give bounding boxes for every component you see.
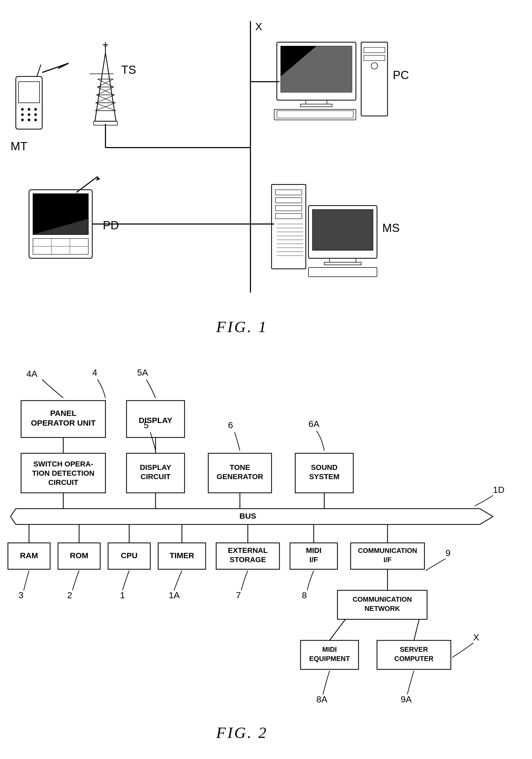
svg-text:TS: TS bbox=[121, 63, 136, 76]
svg-text:6A: 6A bbox=[308, 419, 319, 429]
svg-text:9A: 9A bbox=[401, 694, 412, 704]
svg-line-152 bbox=[330, 619, 345, 640]
svg-text:TONE: TONE bbox=[229, 463, 250, 471]
svg-rect-65 bbox=[275, 198, 302, 203]
svg-rect-46 bbox=[364, 55, 385, 60]
svg-text:FIG. 2: FIG. 2 bbox=[216, 724, 268, 741]
svg-text:I/F: I/F bbox=[309, 556, 318, 564]
svg-text:8: 8 bbox=[302, 590, 307, 600]
svg-text:1: 1 bbox=[120, 590, 125, 600]
svg-rect-43 bbox=[277, 111, 353, 118]
svg-point-30 bbox=[34, 113, 37, 116]
svg-rect-44 bbox=[361, 42, 388, 116]
svg-rect-45 bbox=[364, 48, 385, 53]
svg-text:TION DETECTION: TION DETECTION bbox=[32, 469, 94, 477]
svg-text:4A: 4A bbox=[26, 369, 37, 379]
svg-point-32 bbox=[28, 119, 30, 121]
svg-text:RAM: RAM bbox=[20, 551, 38, 560]
svg-rect-63 bbox=[271, 184, 306, 269]
svg-text:DISPLAY: DISPLAY bbox=[140, 463, 171, 471]
svg-text:7: 7 bbox=[236, 590, 241, 600]
x-label-fig1: X bbox=[255, 21, 262, 32]
svg-point-29 bbox=[28, 113, 30, 116]
svg-text:1A: 1A bbox=[169, 590, 180, 600]
svg-text:SERVER: SERVER bbox=[400, 645, 428, 653]
svg-point-31 bbox=[21, 119, 24, 121]
svg-text:PD: PD bbox=[103, 219, 119, 232]
svg-point-47 bbox=[371, 63, 378, 69]
svg-point-33 bbox=[34, 119, 37, 121]
svg-point-26 bbox=[28, 108, 30, 111]
svg-point-28 bbox=[21, 113, 24, 116]
svg-text:EXTERNAL: EXTERNAL bbox=[228, 546, 268, 554]
svg-rect-42 bbox=[274, 109, 356, 120]
svg-text:PC: PC bbox=[393, 68, 409, 81]
svg-text:MT: MT bbox=[11, 140, 27, 153]
svg-text:CPU: CPU bbox=[121, 551, 137, 560]
svg-text:TIMER: TIMER bbox=[170, 551, 194, 560]
svg-line-34 bbox=[37, 64, 41, 76]
svg-text:STORAGE: STORAGE bbox=[229, 556, 266, 564]
svg-text:COMMUNICATION: COMMUNICATION bbox=[353, 595, 412, 603]
svg-text:1D: 1D bbox=[493, 485, 504, 495]
svg-text:CIRCUIT: CIRCUIT bbox=[48, 478, 78, 487]
svg-rect-41 bbox=[301, 104, 332, 107]
svg-text:SYSTEM: SYSTEM bbox=[309, 472, 339, 481]
svg-text:9: 9 bbox=[445, 548, 451, 558]
svg-text:SWITCH OPERA-: SWITCH OPERA- bbox=[33, 460, 93, 468]
svg-point-27 bbox=[34, 108, 37, 111]
svg-text:8A: 8A bbox=[316, 694, 327, 704]
svg-text:EQUIPMENT: EQUIPMENT bbox=[309, 655, 350, 662]
svg-text:MS: MS bbox=[382, 221, 400, 234]
svg-text:MIDI: MIDI bbox=[306, 546, 321, 554]
svg-text:GENERATOR: GENERATOR bbox=[217, 472, 263, 481]
svg-text:3: 3 bbox=[19, 590, 23, 600]
svg-text:COMMUNICATION: COMMUNICATION bbox=[358, 546, 417, 554]
svg-line-1 bbox=[42, 63, 68, 72]
svg-rect-81 bbox=[308, 267, 377, 277]
svg-point-25 bbox=[21, 108, 24, 111]
svg-text:BUS: BUS bbox=[239, 511, 256, 520]
svg-text:2: 2 bbox=[67, 590, 72, 600]
fig1-diagram: X bbox=[0, 11, 532, 353]
svg-rect-67 bbox=[275, 214, 302, 219]
svg-rect-78 bbox=[312, 210, 373, 250]
svg-rect-79 bbox=[330, 258, 356, 262]
svg-text:COMPUTER: COMPUTER bbox=[394, 655, 434, 662]
svg-rect-66 bbox=[275, 206, 302, 211]
svg-text:OPERATOR UNIT: OPERATOR UNIT bbox=[31, 419, 96, 427]
svg-rect-80 bbox=[324, 262, 361, 265]
svg-text:CIRCUIT: CIRCUIT bbox=[141, 472, 171, 481]
svg-rect-24 bbox=[19, 82, 40, 103]
svg-text:6: 6 bbox=[228, 420, 233, 430]
svg-rect-40 bbox=[306, 100, 327, 104]
svg-text:ROM: ROM bbox=[70, 551, 88, 560]
svg-text:NETWORK: NETWORK bbox=[365, 605, 400, 613]
svg-text:4: 4 bbox=[92, 367, 97, 378]
svg-text:MIDI: MIDI bbox=[322, 645, 337, 653]
svg-text:PANEL: PANEL bbox=[50, 409, 76, 418]
svg-line-153 bbox=[414, 619, 419, 640]
svg-text:I/F: I/F bbox=[384, 556, 391, 564]
svg-text:SOUND: SOUND bbox=[311, 463, 338, 471]
svg-rect-64 bbox=[275, 190, 302, 195]
fig2-diagram: PANEL OPERATOR UNIT DISPLAY 4A 4 5A SWIT… bbox=[0, 353, 532, 748]
svg-text:FIG. 1: FIG. 1 bbox=[216, 318, 268, 336]
svg-text:5A: 5A bbox=[137, 367, 148, 378]
svg-text:X: X bbox=[473, 632, 479, 642]
svg-text:5: 5 bbox=[144, 420, 149, 430]
